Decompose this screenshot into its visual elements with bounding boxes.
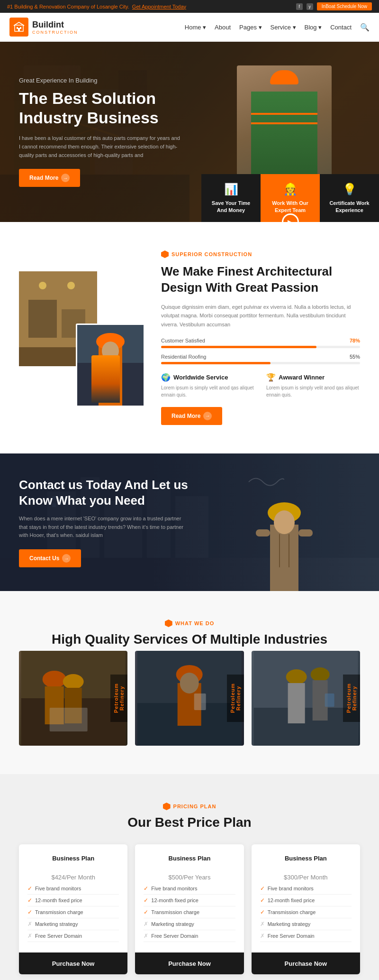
plan-3-feature-1: ✓Five brand monitors	[260, 883, 352, 895]
cta-worker-figure	[237, 487, 332, 591]
logo-icon	[9, 18, 28, 37]
pricing-section-tag: PRICING PLAN	[19, 803, 360, 810]
hero-feature-boxes: 📊 Save Your Time And Money 👷 Work With O…	[201, 174, 379, 222]
plan-1-feature-4: ✗Marketing strategy	[27, 918, 119, 930]
worker-image	[77, 325, 144, 406]
services-section-tag: WHAT WE DO	[19, 619, 360, 627]
plan-3-feature-5: ✗Free Server Domain	[260, 930, 352, 942]
hero-description: I have been a loyal customer of this aut…	[19, 134, 180, 159]
check-icon: ✓	[260, 885, 265, 892]
worldwide-icon: 🌍	[161, 373, 171, 382]
search-icon[interactable]: 🔍	[360, 23, 370, 32]
cta-contact-button[interactable]: Contact Us →	[19, 549, 81, 567]
cta-description: When does a mere internet 'SEO' company …	[19, 515, 190, 540]
service-card-2[interactable]: Petroleum Refinery	[135, 651, 244, 746]
plan-3-period: /Per Month	[298, 874, 328, 881]
logo: Buildint CONSTRUCTION	[9, 18, 78, 37]
cross-icon: ✗	[260, 921, 265, 927]
feature-award-title: 🏆 Awward Winner	[266, 373, 360, 382]
check-icon: ✓	[144, 909, 148, 915]
plan-1-feature-5: ✗Free Server Domain	[27, 930, 119, 942]
service-card-1-label: Petroleum Refinery	[110, 675, 127, 722]
pricing-card-3: Business Plan $300/Per Month ✓Five brand…	[252, 844, 360, 974]
plan-2-price: $500/Per Years	[144, 866, 235, 882]
plan-3-purchase-button[interactable]: Purchase Now	[258, 960, 353, 967]
hero-cta-button[interactable]: Read More →	[19, 169, 80, 187]
top-bar-text: #1 Building & Renovation Company of Losa…	[7, 4, 129, 9]
svg-rect-39	[270, 525, 298, 591]
cross-icon: ✗	[27, 933, 32, 939]
hero-box-3: 💡 Certificate Work Experience	[320, 174, 379, 222]
progress-fill-2	[161, 362, 271, 364]
plan-2-purchase-button[interactable]: Purchase Now	[142, 960, 237, 967]
plan-2-name: Business Plan	[144, 855, 235, 862]
progress-residential-roofing: Residential Roofing 55%	[161, 354, 360, 364]
plan-2-feature-4: ✗Marketing strategy	[144, 918, 235, 930]
check-icon: ✓	[144, 897, 148, 904]
plan-2-feature-3: ✓Transmission charge	[144, 906, 235, 918]
svg-rect-3	[18, 28, 20, 31]
arrow-icon: →	[61, 174, 70, 182]
svg-rect-42	[256, 529, 270, 536]
pricing-card-1: Business Plan $424/Per Month ✓Five brand…	[19, 844, 127, 974]
top-bar-right: f y InBoat Schedule Now	[296, 2, 372, 10]
main-nav: Home ▾ About Pages ▾ Service ▾ Blog ▾ Co…	[185, 23, 370, 32]
plan-2-feature-5: ✗Free Server Domain	[144, 930, 235, 942]
hero-box-1-title: Save Your Time And Money	[207, 200, 255, 213]
feature-worldwide-title: 🌍 Worldwide Service	[161, 373, 255, 382]
hero-subtitle: Great Experience In Building	[19, 77, 180, 84]
worker-icon: 👷	[266, 183, 314, 196]
youtube-icon[interactable]: y	[307, 3, 313, 10]
pricing-card-1-body: Business Plan $424/Per Month ✓Five brand…	[19, 844, 127, 952]
hero-box-2: 👷 Work With Our Expert Team ▶	[261, 174, 320, 222]
pricing-grid: Business Plan $424/Per Month ✓Five brand…	[19, 844, 360, 974]
nav-service[interactable]: Service ▾	[271, 24, 296, 31]
hero-box-3-title: Certificate Work Experience	[325, 200, 373, 213]
feature-award-desc: Lorem ipsum is simply velit anod qas ali…	[266, 384, 360, 398]
hero-title: The Best Solution Industry Business	[19, 89, 180, 128]
certificate-icon: 💡	[325, 183, 373, 196]
nav-pages[interactable]: Pages ▾	[239, 24, 262, 31]
svg-point-41	[274, 510, 295, 534]
feature-worldwide-desc: Lorem ipsum is simply velit anod qas ali…	[161, 384, 255, 398]
logo-subtitle: CONSTRUCTION	[32, 30, 78, 35]
progress-fill-1	[161, 346, 316, 348]
progress-label-1: Customer Satisfied 78%	[161, 338, 360, 343]
pricing-card-2-body: Business Plan $500/Per Years ✓Five brand…	[135, 844, 244, 952]
plan-3-features: ✓Five brand monitors ✓12-month fixed pri…	[260, 883, 352, 942]
plan-1-features: ✓Five brand monitors ✓12-month fixed pri…	[27, 883, 119, 942]
plan-1-purchase-button[interactable]: Purchase Now	[26, 960, 121, 967]
chart-icon: 📊	[207, 183, 255, 196]
schedule-button[interactable]: InBoat Schedule Now	[317, 2, 372, 10]
cross-icon: ✗	[260, 933, 265, 939]
svg-point-19	[67, 282, 75, 289]
progress-track-1	[161, 346, 360, 348]
plan-2-period: /Per Years	[182, 874, 210, 881]
progress-customer-satisfied: Customer Satisfied 78%	[161, 338, 360, 348]
service-card-1[interactable]: Petroleum Refinery	[19, 651, 127, 746]
header: Buildint CONSTRUCTION Home ▾ About Pages…	[0, 13, 379, 42]
hero-box-2-title: Work With Our Expert Team	[266, 200, 314, 213]
cross-icon: ✗	[144, 933, 148, 939]
check-icon: ✓	[27, 885, 32, 892]
pricing-card-3-footer: Purchase Now	[252, 952, 360, 974]
nav-home[interactable]: Home ▾	[185, 24, 206, 31]
nav-about[interactable]: About	[215, 24, 231, 31]
svg-rect-2	[20, 27, 21, 29]
service-card-2-label: Petroleum Refinery	[227, 675, 244, 722]
cross-icon: ✗	[144, 921, 148, 927]
check-icon: ✓	[144, 885, 148, 892]
about-cta-button[interactable]: Read More →	[161, 407, 222, 425]
pricing-section: PRICING PLAN Our Best Price Plan Busines…	[0, 774, 379, 980]
pricing-card-3-body: Business Plan $300/Per Month ✓Five brand…	[252, 844, 360, 952]
cross-icon: ✗	[27, 921, 32, 927]
award-icon: 🏆	[266, 373, 276, 382]
top-bar-cta-link[interactable]: Get Appointment Today	[132, 4, 186, 9]
about-description: Quisque dignissim enim diam, eget pulvin…	[161, 303, 360, 329]
facebook-icon[interactable]: f	[296, 3, 303, 10]
nav-contact[interactable]: Contact	[330, 24, 352, 31]
logo-name: Buildint	[32, 20, 78, 30]
plan-3-feature-4: ✗Marketing strategy	[260, 918, 352, 930]
nav-blog[interactable]: Blog ▾	[305, 24, 322, 31]
service-card-3[interactable]: Petroleum Refinery	[252, 651, 360, 746]
